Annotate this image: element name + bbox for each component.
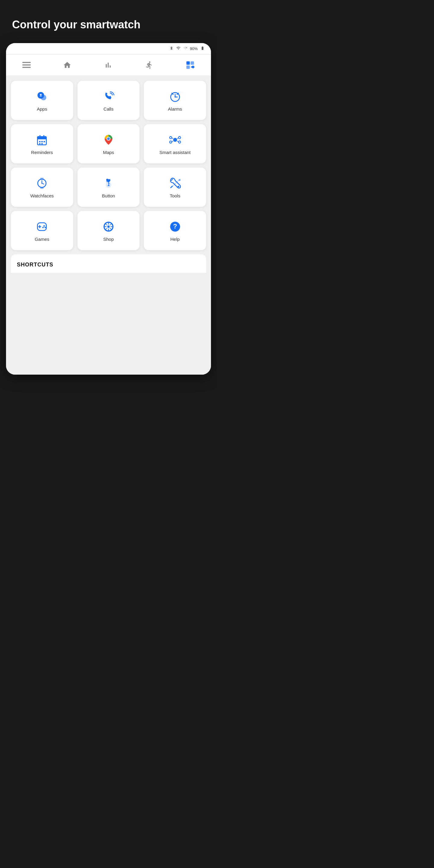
svg-rect-22 [44,141,45,143]
svg-marker-6 [190,65,195,68]
svg-point-8 [41,95,46,100]
shortcuts-title: SHORTCUTS [17,261,53,268]
smart-assistant-icon [168,133,182,147]
phone-frame: 90% [6,43,211,375]
calls-label: Calls [103,106,113,112]
svg-text:?: ? [173,223,177,230]
svg-point-46 [178,186,179,188]
apps-label: Apps [37,106,47,112]
grid-item-games[interactable]: Games [11,211,73,250]
games-icon [35,220,49,233]
shop-icon [102,220,115,233]
shop-label: Shop [103,236,114,242]
svg-point-26 [107,137,110,140]
nav-menu[interactable] [16,60,37,70]
svg-rect-24 [41,143,43,144]
svg-line-33 [177,138,179,139]
nav-apps[interactable] [180,59,201,71]
reminders-label: Reminders [31,150,53,156]
watchfaces-label: Watchfaces [30,193,54,199]
nav-bar [6,55,211,76]
svg-rect-3 [187,61,190,65]
svg-line-35 [177,141,179,142]
grid-item-maps[interactable]: Maps [78,124,140,163]
svg-rect-17 [38,136,46,139]
grid-item-smart-assistant[interactable]: Smart assistant [144,124,206,163]
svg-line-32 [172,138,173,139]
button-icon [102,177,115,190]
svg-point-42 [41,183,42,184]
calls-icon [102,90,115,103]
apps-icon [35,90,49,103]
alarms-icon [168,90,182,103]
help-label: Help [170,236,180,242]
svg-point-30 [169,141,172,143]
svg-rect-0 [22,62,31,63]
nav-home[interactable] [57,59,78,71]
battery-icon [200,46,205,51]
grid-item-alarms[interactable]: Alarms [144,81,206,120]
svg-point-27 [173,138,177,142]
shortcuts-section: SHORTCUTS [11,254,206,273]
content-area: Apps Calls [6,76,211,375]
svg-rect-1 [22,64,31,66]
page-title: Control your smartwatch [0,0,153,43]
apps-grid: Apps Calls [11,81,206,250]
help-icon: ? [168,220,182,233]
smart-assistant-label: Smart assistant [159,150,190,156]
bluetooth-icon [169,46,174,51]
svg-point-15 [175,96,176,98]
grid-item-reminders[interactable]: Reminders [11,124,73,163]
svg-rect-23 [39,143,41,144]
alarms-label: Alarms [168,106,182,112]
svg-point-51 [42,227,44,228]
grid-item-tools[interactable]: Tools [144,167,206,207]
tools-label: Tools [170,193,180,199]
games-label: Games [35,236,49,242]
svg-line-34 [172,141,173,142]
svg-point-50 [44,227,46,228]
reminders-icon [35,133,49,147]
grid-item-button[interactable]: Button [78,167,140,207]
grid-item-watchfaces[interactable]: Watchfaces [11,167,73,207]
svg-rect-2 [22,67,31,68]
grid-item-help[interactable]: ? Help [144,211,206,250]
battery-text: 90% [190,46,198,51]
svg-point-64 [107,226,110,228]
svg-point-31 [179,141,181,143]
maps-icon [102,133,115,147]
svg-rect-21 [41,141,43,143]
svg-point-29 [179,136,181,138]
svg-rect-20 [39,141,41,143]
svg-rect-4 [190,61,194,65]
grid-item-calls[interactable]: Calls [78,81,140,120]
status-bar: 90% [6,43,211,55]
grid-item-shop[interactable]: Shop [78,211,140,250]
wifi-icon [176,46,181,51]
tools-icon [168,177,182,190]
svg-point-28 [169,136,172,138]
nav-stats[interactable] [98,59,119,71]
nav-activity[interactable] [139,59,159,71]
button-label: Button [102,193,115,199]
maps-label: Maps [103,150,114,156]
signal-icon [183,46,187,51]
svg-rect-5 [187,65,190,69]
svg-point-52 [43,226,45,227]
svg-point-44 [106,181,108,183]
watchfaces-icon [35,177,49,190]
grid-item-apps[interactable]: Apps [11,81,73,120]
